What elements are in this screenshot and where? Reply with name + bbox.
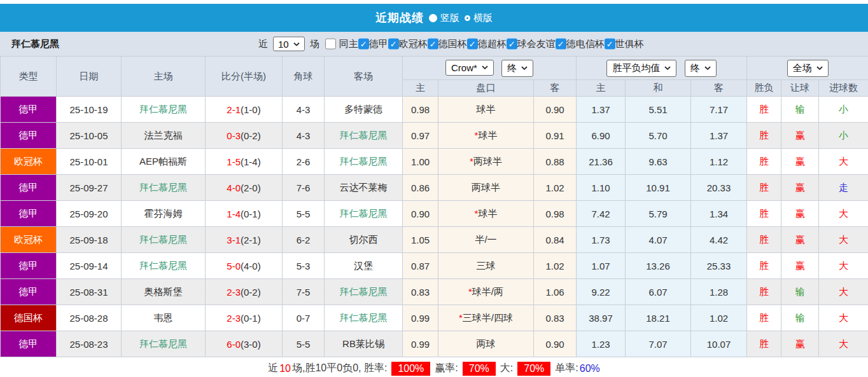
euro-draw-odds-cell: 9.63 [626, 149, 691, 175]
euro-draw-odds-cell: 10.91 [626, 175, 691, 201]
score-cell: 5-0(4-0) [206, 253, 283, 279]
title-bar: 近期战绩 竖版 横版 [0, 4, 868, 32]
col-header-handicap-away: 客 [534, 80, 577, 97]
odds-time-select[interactable]: 终 [501, 60, 533, 77]
league-badge-cell: 德甲 [1, 253, 57, 279]
checkbox-checked-icon[interactable]: ✓ [358, 39, 369, 50]
chevron-down-icon [521, 66, 528, 70]
layout-radio-vertical[interactable]: 竖版 [429, 12, 459, 24]
recent-count-select[interactable]: 10 [273, 37, 305, 51]
league-filter-5[interactable]: ✓球会友谊 [507, 38, 556, 50]
home-team-cell: 拜仁慕尼黑 [122, 97, 206, 123]
league-filter-7[interactable]: ✓世俱杯 [605, 38, 644, 50]
result-cell: 胜 [747, 305, 781, 331]
corner-cell: 5-3 [283, 253, 325, 279]
league-checkbox-list: ✓德甲✓欧冠杯✓德国杯✓德超杯✓球会友谊✓德电信杯✓世俱杯 [358, 38, 644, 50]
radio-selected-icon [429, 14, 437, 22]
summary-bar: 近10场,胜10平0负0, 胜率: 100% 赢率: 70% 大: 70% 单率… [0, 357, 868, 377]
handicap-home-odds-cell: 0.83 [403, 279, 438, 305]
col-header-handicap: 盘口 [438, 80, 534, 97]
league-badge-cell: 德甲 [1, 201, 57, 227]
win-rate-badge: 100% [391, 362, 430, 376]
score-cell: 2-3(0-2) [206, 279, 283, 305]
handicap-line-cell: *球半 [438, 123, 534, 149]
col-header-type: 类型 [1, 57, 57, 97]
league-filter-label: 世俱杯 [615, 38, 644, 50]
goals-result-cell: 大 [819, 227, 868, 253]
table-row: 德甲25-09-20霍芬海姆1-4(0-1)5-5拜仁慕尼黑0.90*球半0.9… [1, 201, 868, 227]
handicap-line-cell: *球半 [438, 201, 534, 227]
radio-horizontal-label: 横版 [473, 12, 493, 24]
table-row: 德国杯25-08-28韦恩2-3(0-1)0-7拜仁慕尼黑0.99*三球半/四球… [1, 305, 868, 331]
league-filter-3[interactable]: ✓德国杯 [428, 38, 467, 50]
chevron-down-icon [482, 65, 488, 69]
goals-result-cell: 大 [819, 279, 868, 305]
table-row: 德甲25-08-31奥格斯堡2-3(0-2)7-5拜仁慕尼黑0.83*球半/两1… [1, 279, 868, 305]
league-badge-cell: 德甲 [1, 279, 57, 305]
page-title: 近期战绩 [375, 10, 424, 25]
handicap-line-cell: 三球 [438, 253, 534, 279]
summary-recent-label: 近 [268, 362, 278, 375]
home-team-cell: 霍芬海姆 [122, 201, 206, 227]
chevron-down-icon [704, 66, 711, 70]
home-team-cell: 拜仁慕尼黑 [122, 253, 206, 279]
layout-radio-horizontal[interactable]: 横版 [465, 12, 493, 24]
home-team-cell: 拜仁慕尼黑 [122, 227, 206, 253]
checkbox-checked-icon[interactable]: ✓ [388, 39, 399, 50]
col-header-euro-home: 主 [577, 80, 626, 97]
result-cell: 胜 [747, 149, 781, 175]
handicap-select-group: Crow* 终 [403, 57, 577, 80]
away-team-cell: 汉堡 [325, 253, 403, 279]
filter-controls: 近 10 场 同主 ✓德甲✓欧冠杯✓德国杯✓德超杯✓球会友谊✓德电信杯✓世俱杯 [256, 37, 644, 51]
home-team-cell: 法兰克福 [122, 123, 206, 149]
checkbox-checked-icon[interactable]: ✓ [556, 39, 566, 50]
league-filter-1[interactable]: ✓德甲 [358, 38, 388, 50]
radio-unselected-icon [465, 15, 470, 21]
avg-select-group: 胜平负均值 终 [577, 57, 747, 80]
handicap-away-odds-cell: 0.88 [534, 149, 577, 175]
league-filter-4[interactable]: ✓德超杯 [467, 38, 507, 50]
handicap-away-odds-cell: 0.84 [534, 227, 577, 253]
handicap-line-cell: 半/一 [438, 227, 534, 253]
corner-cell: 7-6 [283, 175, 325, 201]
odds-company-select[interactable]: Crow* [445, 60, 494, 76]
scope-select[interactable]: 全场 [787, 60, 829, 77]
avg-select[interactable]: 胜平负均值 [606, 60, 676, 77]
score-cell: 3-1(2-1) [206, 227, 283, 253]
home-team-cell: 拜仁慕尼黑 [122, 175, 206, 201]
checkbox-checked-icon[interactable]: ✓ [467, 39, 478, 50]
corner-cell: 6-2 [283, 227, 325, 253]
checkbox-checked-icon[interactable]: ✓ [605, 39, 615, 50]
handicap-line-cell: 两球 [438, 331, 534, 357]
big-rate-badge: 70% [517, 362, 550, 376]
handicap-away-odds-cell: 1.06 [534, 279, 577, 305]
same-home-label: 同主 [339, 38, 358, 50]
checkbox-checked-icon[interactable]: ✓ [428, 39, 438, 50]
euro-home-odds-cell: 1.07 [577, 253, 626, 279]
league-filter-6[interactable]: ✓德电信杯 [556, 38, 605, 50]
league-filter-2[interactable]: ✓欧冠杯 [388, 38, 428, 50]
checkbox-checked-icon[interactable]: ✓ [507, 39, 517, 50]
handicap-home-odds-cell: 0.87 [403, 253, 438, 279]
corner-cell: 7-5 [283, 279, 325, 305]
col-header-let-goal: 让球 [781, 80, 819, 97]
let-goal-result-cell: 赢 [781, 253, 819, 279]
away-team-cell: 拜仁慕尼黑 [325, 305, 403, 331]
radio-vertical-label: 竖版 [440, 12, 459, 24]
handicap-line-cell: 两球半 [438, 175, 534, 201]
handicap-line-cell: *球半/两 [438, 279, 534, 305]
euro-home-odds-cell: 1.73 [577, 227, 626, 253]
col-header-score: 比分(半场) [206, 57, 283, 97]
handicap-away-odds-cell: 1.02 [534, 253, 577, 279]
league-filter-label: 球会友谊 [517, 38, 556, 50]
same-home-checkbox[interactable] [325, 39, 336, 50]
euro-away-odds-cell: 1.37 [691, 123, 747, 149]
league-badge-cell: 欧冠杯 [1, 149, 57, 175]
euro-away-odds-cell: 10.07 [691, 331, 747, 357]
league-filter-label: 德国杯 [438, 38, 467, 50]
euro-draw-odds-cell: 5.79 [626, 201, 691, 227]
euro-home-odds-cell: 9.22 [577, 279, 626, 305]
team-name: 拜仁慕尼黑 [11, 38, 59, 50]
avg-time-select[interactable]: 终 [685, 60, 717, 77]
let-goal-result-cell: 赢 [781, 123, 819, 149]
